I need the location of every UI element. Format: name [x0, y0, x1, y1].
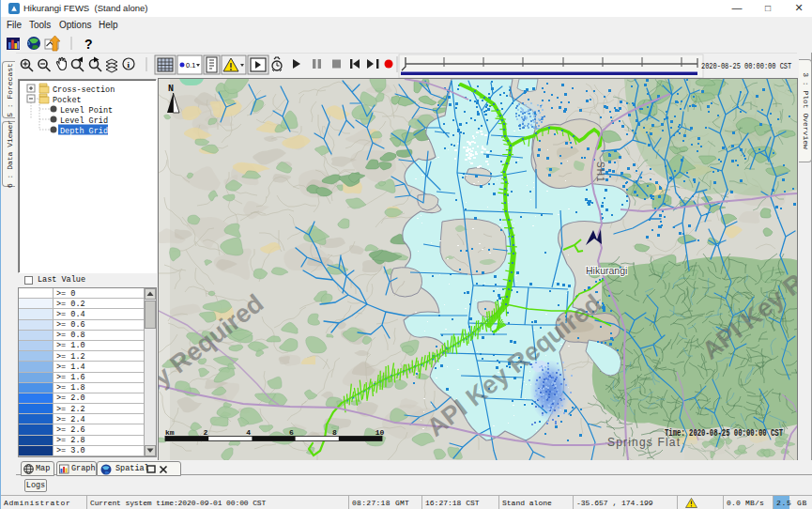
svg-text:i: i — [128, 60, 130, 69]
svg-text:Depth Grid: Depth Grid — [60, 127, 108, 136]
svg-text:?: ? — [84, 37, 93, 52]
svg-text:10: 10 — [375, 428, 385, 437]
svg-text:4: 4 — [246, 428, 251, 437]
svg-text:Hikurangi: Hikurangi — [586, 265, 627, 276]
svg-text:8: 8 — [332, 428, 337, 437]
svg-text:N: N — [168, 84, 174, 94]
svg-text:Level Point: Level Point — [60, 106, 113, 116]
svg-text:km: km — [165, 428, 175, 437]
svg-text:Cross-section: Cross-section — [53, 85, 115, 95]
svg-text:Pocket: Pocket — [53, 96, 82, 105]
svg-text:Time: 2020-08-25 00:00:00 CST: Time: 2020-08-25 00:00:00 CST — [665, 428, 783, 439]
svg-text:0.1: 0.1 — [186, 61, 195, 69]
svg-text:Level Grid: Level Grid — [60, 116, 108, 126]
svg-text:SH1: SH1 — [595, 162, 605, 182]
svg-text:6: 6 — [289, 428, 294, 437]
svg-text:2: 2 — [204, 428, 208, 437]
